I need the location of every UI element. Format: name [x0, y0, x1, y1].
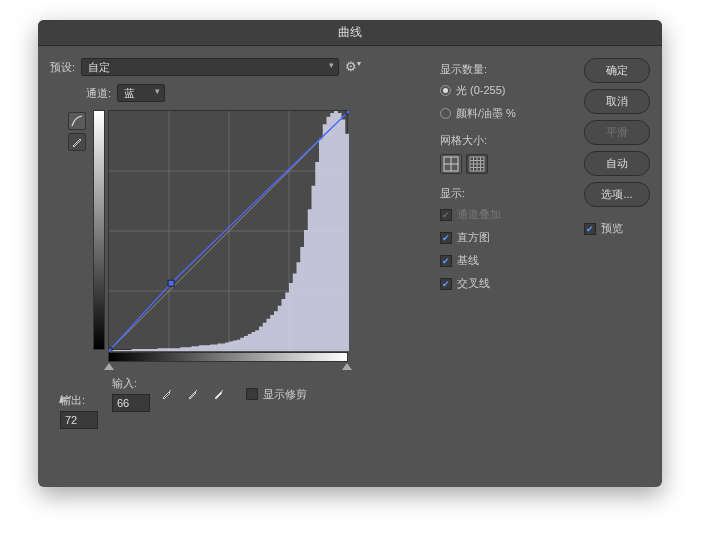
display-amount-label: 显示数量: — [440, 62, 574, 77]
svg-rect-9 — [346, 111, 349, 114]
grid-size-label: 网格大小: — [440, 133, 574, 148]
preset-menu-icon[interactable]: ⚙▾ — [345, 59, 361, 74]
channel-overlay-checkbox[interactable]: ✔ 通道叠加 — [440, 207, 574, 222]
svg-rect-7 — [109, 348, 112, 351]
radio-icon — [440, 108, 451, 119]
grid-fine-button[interactable] — [466, 154, 488, 174]
white-eyedropper-icon[interactable] — [210, 385, 228, 403]
smooth-button[interactable]: 平滑 — [584, 120, 650, 145]
black-point-slider[interactable] — [104, 363, 114, 370]
input-gradient — [108, 352, 348, 362]
window-title: 曲线 — [338, 24, 362, 41]
curves-dialog: 曲线 预设: 自定 ⚙▾ 通道: 蓝 — [38, 20, 662, 487]
input-field[interactable] — [112, 394, 150, 412]
white-point-slider[interactable] — [342, 363, 352, 370]
titlebar: 曲线 — [38, 20, 662, 46]
channel-label: 通道: — [86, 86, 111, 101]
pigment-radio[interactable]: 颜料/油墨 % — [440, 106, 574, 121]
preset-label: 预设: — [50, 60, 75, 75]
curve-pencil-tool[interactable] — [68, 133, 86, 151]
preview-checkbox[interactable]: ✔ 预览 — [584, 221, 650, 236]
channel-select[interactable]: 蓝 — [117, 84, 165, 102]
black-eyedropper-icon[interactable] — [158, 385, 176, 403]
preset-select[interactable]: 自定 — [81, 58, 339, 76]
checkbox-icon: ✔ — [584, 223, 596, 235]
show-clipping-checkbox[interactable]: 显示修剪 — [246, 387, 307, 402]
auto-button[interactable]: 自动 — [584, 151, 650, 176]
checkbox-icon: ✔ — [440, 209, 452, 221]
gray-eyedropper-icon[interactable] — [184, 385, 202, 403]
output-label: 输出: — [60, 393, 98, 408]
ok-button[interactable]: 确定 — [584, 58, 650, 83]
checkbox-icon: ✔ — [440, 255, 452, 267]
input-label: 输入: — [112, 376, 150, 391]
checkbox-icon — [246, 388, 258, 400]
options-button[interactable]: 选项... — [584, 182, 650, 207]
checkbox-icon: ✔ — [440, 232, 452, 244]
checkbox-icon: ✔ — [440, 278, 452, 290]
baseline-checkbox[interactable]: ✔ 基线 — [440, 253, 574, 268]
grid-coarse-button[interactable] — [440, 154, 462, 174]
output-field[interactable] — [60, 411, 98, 429]
intersect-checkbox[interactable]: ✔ 交叉线 — [440, 276, 574, 291]
output-gradient — [93, 110, 105, 350]
curve-point-tool[interactable] — [68, 112, 86, 130]
curve-graph[interactable] — [108, 110, 348, 350]
svg-rect-8 — [168, 280, 174, 286]
histogram-checkbox[interactable]: ✔ 直方图 — [440, 230, 574, 245]
light-radio[interactable]: 光 (0-255) — [440, 83, 574, 98]
radio-icon — [440, 85, 451, 96]
cancel-button[interactable]: 取消 — [584, 89, 650, 114]
show-label: 显示: — [440, 186, 574, 201]
